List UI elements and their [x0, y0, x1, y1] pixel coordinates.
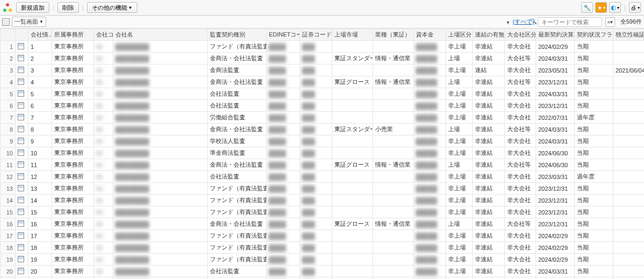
table-row[interactable]: 1616東京事務所00████████金商法・会社法監査███████東証グロー…: [1, 218, 645, 230]
table-row[interactable]: 55東京事務所00████████会社法監査████████████非上場非連結…: [1, 88, 645, 100]
cell-industry: [373, 183, 414, 195]
row-icon[interactable]: [16, 112, 28, 124]
row-icon[interactable]: [16, 76, 28, 88]
table-row[interactable]: 1919東京事務所00████████ファンド（有責法監査）██████████…: [1, 254, 645, 266]
cell-market: [332, 266, 373, 277]
col-audit[interactable]: 監査契約種別: [208, 29, 267, 41]
row-icon[interactable]: [16, 277, 28, 280]
row-icon[interactable]: [16, 41, 28, 53]
other-functions-button[interactable]: その他の機能▼: [87, 2, 137, 13]
cell-info: 14: [28, 195, 52, 206]
cell-listing: 上場: [446, 218, 473, 230]
col-listing[interactable]: 上場区分: [446, 29, 473, 41]
col-edinet[interactable]: EDINETコード: [267, 29, 300, 41]
list-options-button[interactable]: ≡▾: [605, 17, 615, 27]
cell-close: 2023/03/31: [536, 171, 575, 183]
cell-close: 2023/12/31: [536, 183, 575, 195]
col-indep[interactable]: 独立性確認日: [613, 29, 645, 41]
table-row[interactable]: 1414東京事務所00████████ファンド（有責法監査）██████████…: [1, 195, 645, 206]
cell-status: 当期: [575, 88, 613, 100]
table-row[interactable]: 1010東京事務所00████████準金商法監査████████████非上場…: [1, 147, 645, 159]
table-row[interactable]: 2121東京事務所00████████金商法・会社法監査███████東証プライ…: [1, 277, 645, 280]
col-info[interactable]: 会社情...: [28, 29, 52, 41]
cell-sec: ███: [300, 266, 332, 277]
row-icon[interactable]: [16, 65, 28, 76]
col-sec[interactable]: 証券コード: [300, 29, 332, 41]
row-icon[interactable]: [16, 159, 28, 171]
row-icon[interactable]: [16, 254, 28, 266]
cell-code: 00: [94, 242, 113, 254]
row-icon[interactable]: [16, 242, 28, 254]
row-icon[interactable]: [16, 88, 28, 100]
col-code[interactable]: 会社コ...: [94, 29, 113, 41]
col-name[interactable]: 会社名: [113, 29, 208, 41]
chart-button[interactable]: ▾: [609, 2, 621, 13]
row-icon[interactable]: [16, 100, 28, 112]
favorite-button[interactable]: ▾: [595, 2, 607, 13]
table-row[interactable]: 88東京事務所00████████金商法・会社法監査███████東証スタンダー…: [1, 124, 645, 135]
table-row[interactable]: 1212東京事務所00████████会社法監査████████████非上場非…: [1, 171, 645, 183]
search-input[interactable]: [538, 17, 602, 27]
cell-industry: その他製品: [373, 277, 414, 280]
record-count: 全596件: [620, 18, 642, 26]
table-row[interactable]: 1717東京事務所00████████ファンド（有責法監査）██████████…: [1, 230, 645, 242]
col-consolidated[interactable]: 連結の有無: [473, 29, 505, 41]
col-close[interactable]: 最新契約決算期: [536, 29, 575, 41]
table-row[interactable]: 1818東京事務所00████████ファンド（有責法監査）██████████…: [1, 242, 645, 254]
view-selector[interactable]: 一覧画面▼: [12, 17, 46, 27]
cell-name: ████████: [113, 76, 208, 88]
row-icon[interactable]: [16, 183, 28, 195]
cell-industry: [373, 254, 414, 266]
table-row[interactable]: 1515東京事務所00████████ファンド（有責法監査）██████████…: [1, 206, 645, 218]
cell-large: 非大会社: [505, 147, 536, 159]
delete-button[interactable]: 削除: [57, 2, 79, 13]
row-icon[interactable]: [16, 124, 28, 135]
table-row[interactable]: 77東京事務所00████████労働組合監査████████████非上場非連…: [1, 112, 645, 124]
cell-info: 20: [28, 266, 52, 277]
separator: |: [624, 4, 626, 11]
filter-icon[interactable]: [507, 19, 509, 25]
row-icon[interactable]: [16, 230, 28, 242]
col-rownum[interactable]: [1, 29, 16, 41]
col-icon[interactable]: [16, 29, 28, 41]
col-large[interactable]: 大会社区分: [505, 29, 536, 41]
row-icon[interactable]: [16, 147, 28, 159]
cell-office: 東京事務所: [52, 206, 94, 218]
table-row[interactable]: 22東京事務所00████████金商法・会社法監査███████東証スタンダー…: [1, 53, 645, 65]
col-capital[interactable]: 資本金: [414, 29, 446, 41]
row-icon[interactable]: [16, 266, 28, 277]
cell-name: ████████: [113, 159, 208, 171]
cell-name: ████████: [113, 242, 208, 254]
print-button[interactable]: ▾: [629, 2, 641, 13]
cell-listing: 非上場: [446, 171, 473, 183]
col-market[interactable]: 上場市場: [332, 29, 373, 41]
row-icon[interactable]: [16, 218, 28, 230]
cell-status: 当期: [575, 65, 613, 76]
cell-status: 当期: [575, 218, 613, 230]
table-row[interactable]: 1313東京事務所00████████ファンド（有責法監査）██████████…: [1, 183, 645, 195]
table-row[interactable]: 1111東京事務所00████████金商法・会社法監査███████東証グロー…: [1, 159, 645, 171]
table-row[interactable]: 99東京事務所00████████学校法人監査████████████非上場非連…: [1, 135, 645, 147]
add-button[interactable]: 新規追加: [16, 2, 49, 13]
row-icon[interactable]: [16, 135, 28, 147]
table-row[interactable]: 66東京事務所00████████会社法監査████████████非上場非連結…: [1, 100, 645, 112]
cell-large: 非大会社: [505, 112, 536, 124]
cell-audit: 金商法・会社法監査: [208, 159, 267, 171]
row-icon[interactable]: [16, 53, 28, 65]
row-icon[interactable]: [16, 195, 28, 206]
row-icon[interactable]: [16, 206, 28, 218]
col-industry[interactable]: 業種（東証）: [373, 29, 414, 41]
table-row[interactable]: 11東京事務所00████████ファンド（有責法監査）████████████…: [1, 41, 645, 53]
cell-close: 2023/12/31: [536, 206, 575, 218]
table-row[interactable]: 44東京事務所00████████金商法・会社法監査███████東証グロース情…: [1, 76, 645, 88]
cell-status: 当期: [575, 254, 613, 266]
table-row[interactable]: 33東京事務所00████████金商法監査████████████非上場連結非…: [1, 65, 645, 76]
cell-listing: 非上場: [446, 65, 473, 76]
col-status[interactable]: 契約状況フラグ: [575, 29, 613, 41]
table-row[interactable]: 2020東京事務所00████████会社法監査████████████非上場非…: [1, 266, 645, 277]
settings-button[interactable]: [581, 2, 593, 13]
row-icon[interactable]: [16, 171, 28, 183]
cell-office: 東京事務所: [52, 171, 94, 183]
cell-info: 6: [28, 100, 52, 112]
col-office[interactable]: 所属事務所: [52, 29, 94, 41]
